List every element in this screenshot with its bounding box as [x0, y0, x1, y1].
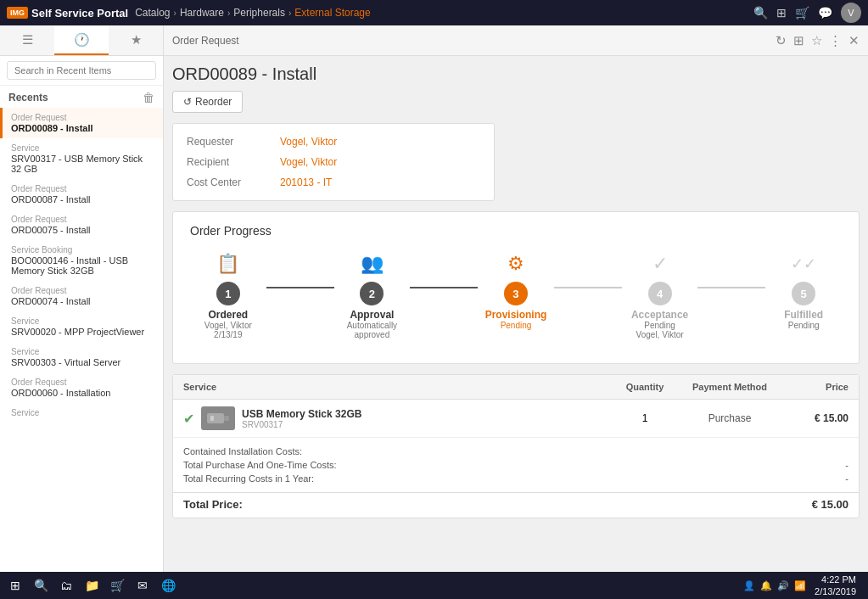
step-approval-sub2: approved [355, 330, 390, 339]
step-ordered-label: Ordered [208, 309, 248, 321]
sidebar-item-6[interactable]: Service SRV00020 - MPP ProjectViewer [0, 311, 163, 342]
item-type-5: Order Request [11, 286, 154, 295]
connector-4 [697, 287, 765, 288]
td-payment: Purchase [679, 412, 781, 424]
breadcrumb-hardware[interactable]: Hardware [180, 7, 224, 19]
info-row-recipient: Recipient Vogel, Viktor [187, 156, 480, 168]
search-input[interactable] [7, 61, 156, 80]
breadcrumb-catalog[interactable]: Catalog [135, 7, 170, 19]
layout-icon[interactable]: ⊞ [793, 33, 804, 48]
task-view-button[interactable]: 🗂 [54, 574, 78, 597]
step-approval: 👥 2 Approval Automatically approved [334, 251, 411, 339]
taskbar-clock: 4:22 PM 2/13/2019 [809, 574, 861, 598]
start-button[interactable]: ⊞ [3, 574, 27, 597]
cost-recurring-label: Total Recurring Costs in 1 Year: [183, 473, 314, 484]
breadcrumb-active[interactable]: External Storage [294, 7, 370, 19]
sidebar-item-3[interactable]: Order Request ORD00075 - Install [0, 210, 163, 240]
avatar[interactable]: V [841, 3, 861, 23]
breadcrumb-sep2: › [227, 8, 230, 18]
step-approval-circle: 2 [360, 282, 384, 305]
step-ordered-icon: 📋 [216, 251, 239, 277]
content-area: Order Request ↻ ⊞ ☆ ⋮ ✕ ORD00089 - Insta… [164, 25, 868, 572]
reorder-button[interactable]: ↺ Reorder [172, 91, 243, 113]
taskbar-wifi-icon: 📶 [794, 580, 806, 591]
cost-row-recurring: Total Recurring Costs in 1 Year: - [183, 472, 848, 485]
sidebar-tab-recent[interactable]: 🕐 [54, 25, 109, 55]
item-name-4: BOO0000146 - Install - USB Memory Stick … [11, 255, 154, 276]
step-approval-icon: 👥 [361, 251, 384, 277]
file-explorer-button[interactable]: 📁 [80, 574, 104, 597]
sidebar-item-9[interactable]: Service [0, 403, 163, 423]
step-acceptance-sub1: Pending [644, 321, 675, 330]
td-price: € 15.00 [781, 412, 848, 424]
progress-title: Order Progress [190, 224, 842, 238]
page-header: ORD00089 - Install [172, 64, 860, 84]
th-quantity: Quantity [611, 382, 679, 392]
recents-clear-icon[interactable]: 🗑 [143, 91, 154, 104]
favorite-icon[interactable]: ☆ [811, 33, 822, 48]
item-type-8: Order Request [11, 378, 154, 387]
cost-center-value[interactable]: 201013 - IT [280, 176, 332, 188]
sidebar-tab-menu[interactable]: ☰ [0, 25, 54, 55]
recipient-label: Recipient [187, 156, 280, 168]
sidebar-item-4[interactable]: Service Booking BOO0000146 - Install - U… [0, 240, 163, 281]
reorder-label: Reorder [195, 96, 232, 108]
progress-steps: 📋 1 Ordered Vogel, Viktor 2/13/19 👥 2 Ap… [190, 251, 842, 339]
item-type-0: Order Request [11, 113, 154, 122]
info-row-requester: Requester Vogel, Viktor [187, 136, 480, 148]
sidebar-item-1[interactable]: Service SRV00317 - USB Memory Stick 32 G… [0, 138, 163, 179]
refresh-icon[interactable]: ↻ [776, 33, 787, 48]
requester-value[interactable]: Vogel, Viktor [280, 136, 337, 148]
step-ordered-sub1: Vogel, Viktor [204, 321, 252, 330]
search-taskbar-button[interactable]: 🔍 [29, 574, 53, 597]
store-button[interactable]: 🛒 [105, 574, 129, 597]
total-value: € 15.00 [812, 498, 848, 511]
step-provisioning-sub1: Pending [501, 321, 532, 330]
more-icon[interactable]: ⋮ [829, 33, 842, 48]
grid-icon[interactable]: ⊞ [776, 6, 787, 20]
th-payment: Payment Method [679, 382, 781, 392]
search-icon[interactable]: 🔍 [753, 6, 768, 20]
sidebar-item-8[interactable]: Order Request ORD00060 - Installation [0, 372, 163, 403]
item-type-7: Service [11, 347, 154, 356]
svg-rect-2 [210, 416, 214, 421]
top-bar: IMG Self Service Portal Catalog › Hardwa… [0, 0, 868, 25]
logo-icon: IMG [7, 7, 28, 19]
cart-icon[interactable]: 🛒 [795, 6, 809, 20]
sidebar-item-2[interactable]: Order Request ORD00087 - Install [0, 179, 163, 210]
sidebar-search-container [0, 56, 163, 86]
recipient-value[interactable]: Vogel, Viktor [280, 156, 337, 168]
item-name-1: SRV00317 - USB Memory Stick 32 GB [11, 154, 154, 174]
step-fulfilled-sub1: Pending [788, 321, 820, 330]
browser-button[interactable]: 🌐 [156, 574, 180, 597]
table-header: Service Quantity Payment Method Price [173, 375, 859, 400]
chat-icon[interactable]: 💬 [818, 6, 832, 20]
info-card: Requester Vogel, Viktor Recipient Vogel,… [172, 123, 495, 201]
sidebar-item-5[interactable]: Order Request ORD00074 - Install [0, 281, 163, 311]
requester-label: Requester [187, 136, 280, 148]
sidebar-item-0[interactable]: Order Request ORD00089 - Install [0, 108, 163, 138]
step-provisioning-icon: ⚙ [507, 251, 524, 277]
td-quantity: 1 [611, 412, 679, 424]
action-bar: ↺ Reorder [172, 91, 860, 113]
step-fulfilled: ✓✓ 5 Fulfilled Pending [765, 251, 842, 330]
sidebar-tab-star[interactable]: ★ [109, 25, 163, 55]
sidebar-item-7[interactable]: Service SRV00303 - Virtual Server [0, 342, 163, 372]
sidebar-items: Order Request ORD00089 - Install Service… [0, 108, 163, 572]
progress-section: Order Progress 📋 1 Ordered Vogel, Viktor… [172, 211, 860, 364]
close-icon[interactable]: ✕ [848, 33, 860, 48]
step-fulfilled-label: Fulfilled [784, 309, 823, 321]
item-name-2: ORD00087 - Install [11, 194, 154, 204]
mail-button[interactable]: ✉ [131, 574, 154, 597]
item-name-6: SRV00020 - MPP ProjectViewer [11, 327, 154, 337]
taskbar-network-icon: 🔔 [760, 580, 772, 591]
connector-2 [410, 287, 478, 288]
info-row-cost-center: Cost Center 201013 - IT [187, 176, 480, 188]
breadcrumb-peripherals[interactable]: Peripherals [233, 7, 285, 19]
step-provisioning: ⚙ 3 Provisioning Pending [478, 251, 554, 330]
cost-center-label: Cost Center [187, 176, 280, 188]
service-name-block: USB Memory Stick 32GB SRV00317 [242, 408, 361, 429]
connector-3 [554, 287, 622, 288]
taskbar-date-value: 2/13/2019 [815, 585, 856, 597]
taskbar-volume-icon: 🔊 [777, 580, 789, 591]
